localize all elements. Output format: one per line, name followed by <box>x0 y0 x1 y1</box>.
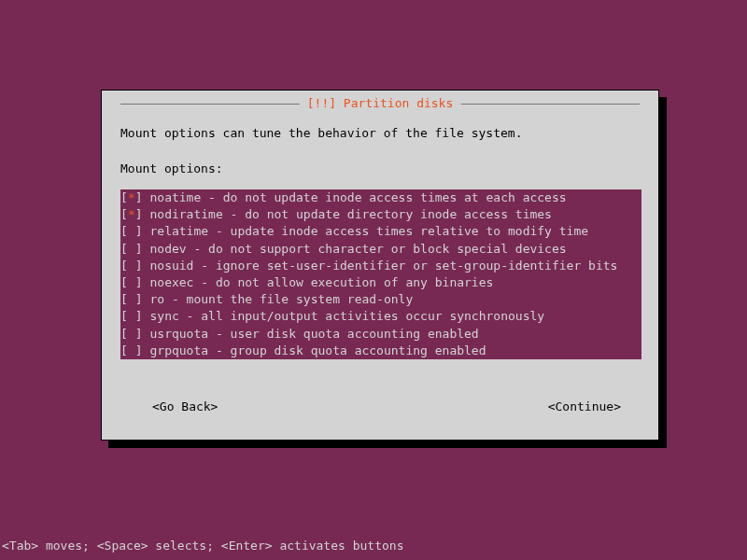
mount-option-label: noatime - do not update inode access tim… <box>149 189 566 206</box>
keyboard-hint: <Tab> moves; <Space> selects; <Enter> ac… <box>2 539 403 553</box>
mount-option-label: nosuid - ignore set-user-identifier or s… <box>149 258 617 274</box>
checkbox-close-bracket: ] <box>135 206 150 223</box>
checkbox-open-bracket: [ <box>120 343 128 359</box>
mount-option-label: sync - all input/output activities occur… <box>149 308 544 325</box>
checkbox-mark: * <box>128 206 135 223</box>
checkbox-mark <box>128 308 135 325</box>
checkbox-close-bracket: ] <box>135 223 150 240</box>
mount-option-label: usrquota - user disk quota accounting en… <box>149 326 478 343</box>
checkbox-open-bracket: [ <box>120 291 128 308</box>
checkbox-mark <box>128 223 135 240</box>
checkbox-open-bracket: [ <box>120 241 128 258</box>
checkbox-open-bracket: [ <box>120 274 128 291</box>
checkbox-close-bracket: ] <box>135 189 150 206</box>
continue-button[interactable]: <Continue> <box>548 399 640 413</box>
mount-option-label: ro - mount the file system read-only <box>149 291 413 308</box>
dialog-title: [!!] Partition disks <box>300 96 461 110</box>
checkbox-close-bracket: ] <box>135 241 150 258</box>
partition-dialog: [!!] Partition disks Mount options can t… <box>101 90 659 441</box>
checkbox-open-bracket: [ <box>120 223 128 240</box>
checkbox-mark <box>128 291 135 308</box>
checkbox-close-bracket: ] <box>135 308 150 325</box>
checkbox-close-bracket: ] <box>135 258 150 274</box>
dialog-buttons: <Go Back> <Continue> <box>120 399 640 413</box>
checkbox-mark <box>128 343 135 359</box>
mount-option[interactable]: [*] noatime - do not update inode access… <box>120 189 641 206</box>
checkbox-mark <box>128 326 135 343</box>
mount-option[interactable]: [ ] nodev - do not support character or … <box>120 241 641 258</box>
mount-option-label: relatime - update inode access times rel… <box>149 223 588 240</box>
mount-option[interactable]: [*] nodiratime - do not update directory… <box>120 206 641 223</box>
checkbox-open-bracket: [ <box>120 258 128 274</box>
checkbox-mark <box>128 241 135 258</box>
checkbox-open-bracket: [ <box>120 189 128 206</box>
mount-option-label: grpquota - group disk quota accounting e… <box>149 343 486 359</box>
mount-option[interactable]: [ ] usrquota - user disk quota accountin… <box>120 326 641 343</box>
mount-option[interactable]: [ ] ro - mount the file system read-only <box>120 291 641 308</box>
checkbox-close-bracket: ] <box>135 291 150 308</box>
mount-option-label: noexec - do not allow execution of any b… <box>149 274 493 291</box>
mount-option[interactable]: [ ] relatime - update inode access times… <box>120 223 641 240</box>
checkbox-mark <box>128 258 135 274</box>
go-back-button[interactable]: <Go Back> <box>120 399 218 413</box>
checkbox-open-bracket: [ <box>120 326 128 343</box>
checkbox-open-bracket: [ <box>120 206 128 223</box>
checkbox-mark: * <box>128 189 135 206</box>
mount-option[interactable]: [ ] sync - all input/output activities o… <box>120 308 641 325</box>
mount-option-label: nodiratime - do not update directory ino… <box>149 206 551 223</box>
mount-option[interactable]: [ ] noexec - do not allow execution of a… <box>120 274 641 291</box>
dialog-description: Mount options can tune the behavior of t… <box>120 126 522 140</box>
mount-option[interactable]: [ ] nosuid - ignore set-user-identifier … <box>120 258 641 274</box>
checkbox-mark <box>128 274 135 291</box>
checkbox-open-bracket: [ <box>120 308 128 325</box>
checkbox-close-bracket: ] <box>135 326 150 343</box>
mount-option[interactable]: [ ] grpquota - group disk quota accounti… <box>120 343 641 359</box>
mount-option-label: nodev - do not support character or bloc… <box>149 241 566 258</box>
checkbox-close-bracket: ] <box>135 274 150 291</box>
checkbox-close-bracket: ] <box>135 343 150 359</box>
mount-options-list: [*] noatime - do not update inode access… <box>120 189 641 359</box>
options-label: Mount options: <box>120 161 223 175</box>
